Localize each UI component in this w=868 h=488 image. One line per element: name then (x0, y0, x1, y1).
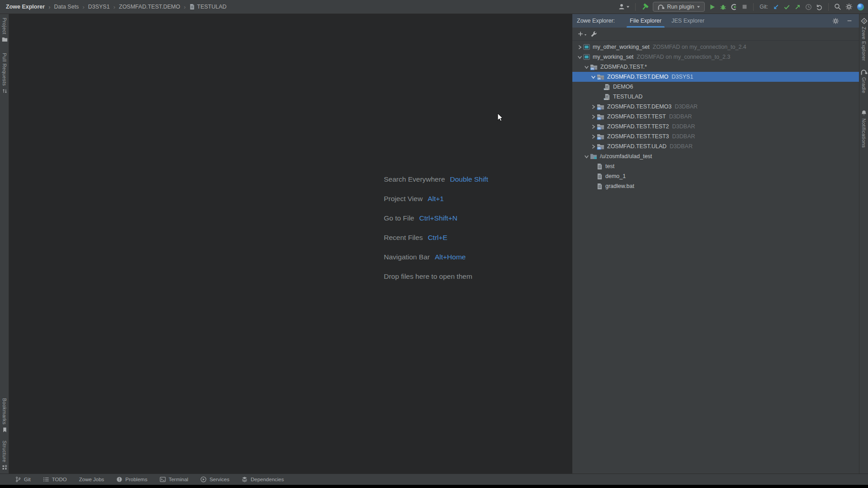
git-push-icon[interactable] (794, 4, 801, 10)
tool-window-actions (832, 18, 859, 24)
history-icon (805, 4, 812, 10)
structure-icon (2, 465, 8, 470)
statusbar-services[interactable]: Services (200, 476, 229, 483)
tool-window-title: Zowe Explorer: (577, 18, 615, 24)
stripe-item-zowe-explorer[interactable]: Zowe Explorer (859, 18, 868, 61)
chevron-expanded-icon[interactable] (583, 65, 590, 70)
stripe-label: Zowe Explorer (861, 27, 867, 61)
rollback-icon[interactable] (816, 4, 823, 10)
settings-gear-icon[interactable] (845, 3, 853, 10)
chevron-collapsed-icon[interactable] (576, 45, 583, 50)
breadcrumb-label: ZOSMFAD.TEST.DEMO (119, 4, 180, 10)
statusbar-label: Services (209, 477, 229, 482)
dependencies-icon (241, 476, 248, 483)
tree-item-dataset-mask[interactable]: ZOSMFAD.TEST.* (572, 62, 859, 72)
breadcrumb-zowe-explorer[interactable]: Zowe Explorer (6, 4, 54, 10)
chevron-collapsed-icon[interactable] (590, 114, 597, 119)
tree-item-dataset[interactable]: ZOSMFAD.TEST.DEMO3 D3DBAR (572, 102, 859, 112)
tree-item-label: gradlew.bat (605, 183, 634, 189)
statusbar-zowe-jobs[interactable]: Zowe Jobs (79, 477, 104, 482)
statusbar-terminal[interactable]: Terminal (160, 476, 188, 483)
toolbar-right-actions: Run plugin Git: (618, 0, 868, 14)
hide-icon[interactable] (846, 18, 853, 24)
breadcrumb-dataset[interactable]: ZOSMFAD.TEST.DEMO (119, 4, 189, 10)
tree-item-member[interactable]: DEMO6 (572, 82, 859, 92)
breadcrumb-label: TESTULAD (197, 4, 226, 10)
chevron-expanded-icon[interactable] (576, 55, 583, 60)
tree-item-qualifier: D3DBAR (672, 133, 695, 140)
right-tool-stripe: Zowe Explorer Gradle Notifications (859, 14, 868, 474)
tab-jes-explorer[interactable]: JES Explorer (666, 14, 709, 28)
tree-item-dataset[interactable]: ZOSMFAD.TEST.TEST D3DBAR (572, 112, 859, 122)
git-label: Git: (760, 4, 768, 10)
terminal-icon (160, 476, 166, 483)
shortcut-hints: Search Everywhere Double Shift Project V… (384, 169, 488, 286)
tree-item-label: test (605, 163, 614, 169)
tree-item-dataset[interactable]: ZOSMFAD.TEST.ULAD D3DBAR (572, 141, 859, 151)
stripe-item-structure[interactable]: Structure (0, 441, 9, 470)
search-icon[interactable] (834, 3, 841, 10)
breadcrumb-label: Zowe Explorer (6, 4, 45, 10)
bookmark-icon (2, 427, 8, 433)
tree-item-uss-file[interactable]: demo_1 (572, 171, 859, 181)
git-commit-icon[interactable] (783, 4, 790, 10)
tab-label: JES Explorer (671, 18, 704, 24)
breadcrumb-member[interactable]: TESTULAD (189, 4, 226, 10)
chevron-collapsed-icon[interactable] (590, 144, 597, 149)
run-configuration-select[interactable]: Run plugin (653, 2, 705, 12)
breadcrumb: Zowe Explorer Data Sets D3SYS1 ZOSMFAD.T… (0, 4, 226, 10)
chevron-expanded-icon[interactable] (583, 154, 590, 159)
stop-icon (741, 4, 748, 10)
todo-list-icon (43, 476, 49, 483)
tree-item-working-set[interactable]: my_working_set ZOSMFAD on my_connection_… (572, 52, 859, 62)
tree-item-label: /u/zosmfad/ulad_test (600, 153, 652, 160)
tree-item-label: DEMO6 (613, 84, 633, 90)
stripe-item-bookmarks[interactable]: Bookmarks (0, 398, 9, 433)
screen-bottom-edge (0, 485, 868, 488)
tree-item-dataset[interactable]: ZOSMFAD.TEST.TEST3 D3DBAR (572, 131, 859, 141)
profiler-icon[interactable] (731, 4, 737, 10)
stripe-item-project[interactable]: Project (0, 18, 9, 42)
run-icon[interactable] (709, 4, 716, 10)
services-icon (200, 476, 207, 483)
chevron-collapsed-icon[interactable] (590, 124, 597, 129)
tree-item-uss-file[interactable]: gradlew.bat (572, 181, 859, 191)
debug-icon[interactable] (720, 4, 726, 10)
dataset-folder-icon (590, 64, 598, 70)
ide-window: Zowe Explorer Data Sets D3SYS1 ZOSMFAD.T… (0, 0, 868, 488)
statusbar-dependencies[interactable]: Dependencies (241, 476, 284, 483)
shortcut-row: Recent Files Ctrl+E (384, 228, 488, 247)
breadcrumb-data-sets[interactable]: Data Sets (54, 4, 88, 10)
chevron-collapsed-icon[interactable] (590, 104, 597, 109)
chevron-collapsed-icon[interactable] (590, 134, 597, 139)
tree-item-dataset[interactable]: ZOSMFAD.TEST.TEST2 D3DBAR (572, 122, 859, 131)
tree-item-qualifier: D3DBAR (670, 143, 693, 150)
stripe-item-gradle[interactable]: Gradle (859, 69, 868, 93)
tree-item-member[interactable]: TESTULAD (572, 92, 859, 102)
user-dropdown-icon[interactable] (618, 3, 630, 10)
stripe-item-pull-requests[interactable]: Pull Requests (0, 53, 9, 94)
breadcrumb-d3sys1[interactable]: D3SYS1 (88, 4, 119, 10)
shortcut-keys: Ctrl+Shift+N (419, 214, 457, 222)
file-icon (597, 173, 603, 180)
add-button[interactable] (577, 31, 584, 37)
working-set-icon (583, 54, 590, 60)
statusbar-git[interactable]: Git (15, 476, 31, 483)
chevron-expanded-icon[interactable] (590, 75, 597, 80)
tab-file-explorer[interactable]: File Explorer (625, 14, 666, 28)
statusbar-todo[interactable]: TODO (43, 476, 67, 483)
tree-item-working-set[interactable]: my_other_working_set ZOSMFAD on my_conne… (572, 42, 859, 52)
git-update-icon[interactable] (773, 4, 779, 10)
editor-empty-area[interactable]: Search Everywhere Double Shift Project V… (9, 14, 572, 474)
tree-item-dataset-selected[interactable]: ZOSMFAD.TEST.DEMO D3SYS1 (572, 72, 859, 82)
stripe-item-notifications[interactable]: Notifications (859, 110, 868, 148)
tree-item-uss-folder[interactable]: /u/zosmfad/ulad_test (572, 151, 859, 161)
tree-item-label: ZOSMFAD.TEST.TEST2 (607, 123, 669, 130)
wrench-button[interactable] (590, 31, 597, 38)
statusbar-problems[interactable]: Problems (116, 476, 147, 483)
tree-item-qualifier: D3SYS1 (671, 74, 693, 80)
gear-icon[interactable] (832, 18, 839, 24)
tree-item-uss-file[interactable]: test (572, 161, 859, 171)
build-hammer-icon[interactable] (641, 3, 649, 11)
ide-sphere-icon[interactable] (857, 3, 864, 11)
